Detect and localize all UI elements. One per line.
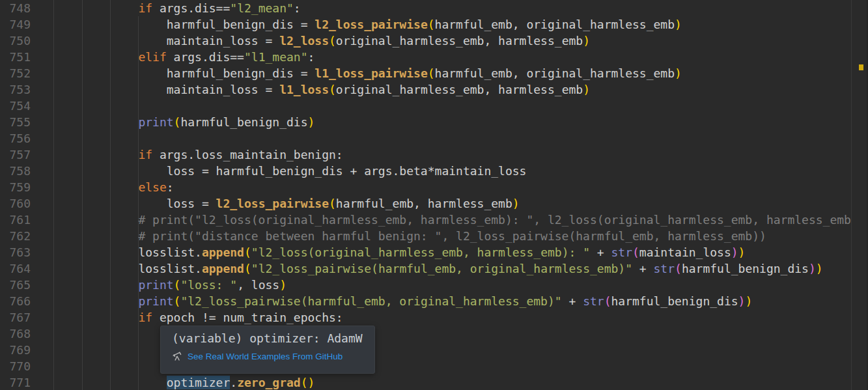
code-text: loss = l2_loss_pairwise(harmful_emb, har… — [25, 195, 851, 212]
hover-tooltip: (variable) optimizer: AdamW See Real Wor… — [160, 326, 375, 374]
code-text — [25, 130, 851, 146]
code-text: print(harmful_benign_dis) — [25, 114, 851, 130]
code-text: print("loss: ", loss) — [25, 277, 851, 293]
github-examples-link[interactable]: See Real World Examples From GitHub — [188, 352, 343, 361]
code-line[interactable]: 754 — [0, 98, 851, 114]
code-text — [25, 358, 851, 374]
code-line[interactable]: 764 losslist.append("l2_loss_pairwise(ha… — [0, 260, 851, 277]
code-line[interactable]: 763 losslist.append("l2_loss(original_ha… — [0, 244, 851, 260]
vscode-editor: { "editor": { "background": "#2a2a2a", "… — [0, 0, 868, 390]
code-text: maintain_loss = l1_loss(original_harmles… — [25, 81, 851, 98]
code-line[interactable]: 766 print("l2_loss_pairwise(harmful_emb,… — [0, 293, 851, 309]
ruler-marker — [859, 64, 863, 70]
code-line[interactable]: 759 else: — [0, 179, 851, 195]
code-line[interactable]: 752 harmful_benign_dis = l1_loss_pairwis… — [0, 65, 851, 81]
code-text: maintain_loss = l2_loss(original_harmles… — [25, 33, 851, 49]
code-text: loss = harmful_benign_dis + args.beta*ma… — [25, 163, 851, 179]
code-line[interactable]: 755 print(harmful_benign_dis) — [0, 114, 851, 130]
code-line[interactable]: 762 # print("distance between harmful be… — [0, 228, 851, 244]
code-line[interactable]: 753 maintain_loss = l1_loss(original_har… — [0, 81, 851, 98]
code-text: # print("distance between harmful benign… — [25, 228, 851, 244]
hover-signature: (variable) optimizer: AdamW — [172, 329, 374, 347]
code-text: optimizer.zero_grad() — [25, 374, 851, 390]
code-text: if args.dis=="l2_mean": — [25, 0, 851, 16]
word-highlight: optimizer — [167, 376, 231, 389]
code-line[interactable]: 761 # print("l2_loss(original_harmless_e… — [0, 212, 851, 228]
code-text: harmful_benign_dis = l1_loss_pairwise(ha… — [25, 65, 851, 81]
code-line[interactable]: 770 — [0, 358, 851, 374]
code-area: 748 if args.dis=="l2_mean":749 harmful_b… — [0, 0, 851, 390]
code-line[interactable]: 765 print("loss: ", loss) — [0, 277, 851, 293]
code-text: if args.loss_maintain_benign: — [25, 146, 851, 163]
code-text: print("l2_loss_pairwise(harmful_emb, ori… — [25, 293, 851, 309]
code-text: if epoch != num_train_epochs: — [25, 309, 851, 326]
code-line[interactable]: 769 — [0, 342, 851, 358]
code-line[interactable]: 749 harmful_benign_dis = l2_loss_pairwis… — [0, 16, 851, 33]
code-line[interactable]: 756 — [0, 130, 851, 146]
code-text: losslist.append("l2_loss_pairwise(harmfu… — [25, 260, 851, 277]
code-text: losslist.append("l2_loss(original_harmle… — [25, 244, 851, 260]
code-text — [25, 342, 851, 358]
code-text — [25, 326, 851, 342]
code-line[interactable]: 771 optimizer.zero_grad() — [0, 374, 851, 390]
code-text: else: — [25, 179, 851, 195]
code-line[interactable]: 748 if args.dis=="l2_mean": — [0, 0, 851, 16]
code-line[interactable]: 768 — [0, 326, 851, 342]
code-line[interactable]: 757 if args.loss_maintain_benign: — [0, 146, 851, 163]
code-text: harmful_benign_dis = l2_loss_pairwise(ha… — [25, 16, 851, 33]
scrollbar[interactable] — [851, 0, 868, 390]
code-line[interactable]: 751 elif args.dis=="l1_mean": — [0, 49, 851, 65]
telescope-icon — [172, 351, 182, 361]
code-line[interactable]: 767 if epoch != num_train_epochs: — [0, 309, 851, 326]
code-line[interactable]: 758 loss = harmful_benign_dis + args.bet… — [0, 163, 851, 179]
code-editor: 748 if args.dis=="l2_mean":749 harmful_b… — [0, 0, 868, 390]
code-text — [25, 98, 851, 114]
code-text: # print("l2_loss(original_harmless_emb, … — [25, 212, 851, 228]
code-line[interactable]: 750 maintain_loss = l2_loss(original_har… — [0, 33, 851, 49]
code-text: elif args.dis=="l1_mean": — [25, 49, 851, 65]
code-line[interactable]: 760 loss = l2_loss_pairwise(harmful_emb,… — [0, 195, 851, 212]
